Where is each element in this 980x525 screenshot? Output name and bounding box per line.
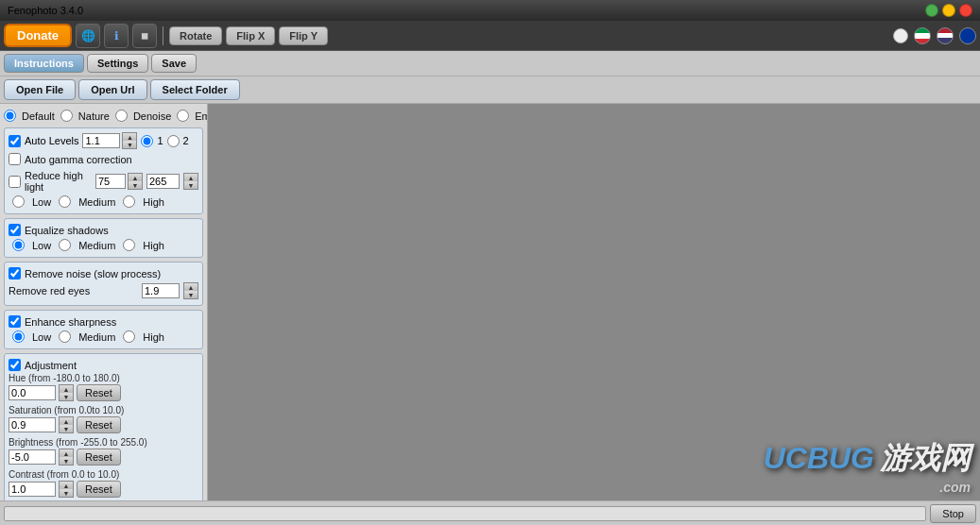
- stop-button[interactable]: Stop: [930, 504, 976, 523]
- reduce-highlight-up1[interactable]: ▲: [129, 174, 142, 181]
- saturation-reset-button[interactable]: Reset: [77, 416, 121, 433]
- lang-it-button[interactable]: [914, 27, 931, 44]
- auto-levels-up[interactable]: ▲: [123, 133, 136, 141]
- hue-reset-button[interactable]: Reset: [77, 384, 121, 401]
- remove-red-eyes-label: Remove red eyes: [9, 285, 138, 296]
- close-button[interactable]: [959, 4, 972, 17]
- progress-bar: [4, 506, 926, 521]
- reduce-highlight-checkbox[interactable]: [9, 176, 21, 188]
- lang-radio[interactable]: [893, 28, 908, 43]
- equalize-shadows-check-row: Equalize shadows: [9, 223, 198, 237]
- contrast-reset-button[interactable]: Reset: [77, 481, 121, 498]
- saturation-input[interactable]: [9, 417, 56, 432]
- auto-levels-r1-label: 1: [157, 135, 163, 146]
- saturation-down[interactable]: ▼: [60, 425, 73, 432]
- enhance-sharpness-level-row: Low Medium High: [9, 329, 198, 345]
- lang-eu-button[interactable]: [959, 27, 976, 44]
- lang-us-button[interactable]: [937, 27, 954, 44]
- hue-down[interactable]: ▼: [60, 393, 73, 400]
- hue-spinner: ▲ ▼: [59, 384, 74, 401]
- saturation-up[interactable]: ▲: [60, 417, 73, 425]
- reduce-highlight-down1[interactable]: ▼: [129, 181, 142, 189]
- auto-levels-input[interactable]: [82, 133, 120, 148]
- mode-default-radio[interactable]: [4, 110, 16, 122]
- auto-gamma-checkbox[interactable]: [9, 153, 21, 165]
- save-button[interactable]: Save: [151, 54, 197, 73]
- auto-levels-section: Auto Levels ▲ ▼ 1 2 Auto gamma correctio…: [4, 127, 203, 214]
- brightness-up[interactable]: ▲: [60, 449, 73, 457]
- contrast-down[interactable]: ▼: [60, 489, 73, 497]
- enhance-sharpness-low-radio[interactable]: [12, 330, 25, 343]
- hue-up[interactable]: ▲: [60, 385, 73, 393]
- equalize-shadows-low-label: Low: [32, 240, 51, 251]
- settings-button[interactable]: Settings: [87, 54, 148, 73]
- reduce-highlight-high-radio[interactable]: [123, 195, 135, 208]
- brightness-spinner: ▲ ▼: [59, 449, 74, 466]
- brightness-label: Brightness (from -255.0 to 255.0): [9, 436, 198, 449]
- equalize-shadows-high-radio[interactable]: [123, 239, 135, 251]
- screen-icon-button[interactable]: ◼: [132, 24, 157, 48]
- auto-levels-down[interactable]: ▼: [123, 141, 136, 148]
- reduce-highlight-up2[interactable]: ▲: [184, 174, 198, 181]
- equalize-shadows-level-row: Low Medium High: [9, 237, 198, 253]
- reduce-highlight-low-label: Low: [32, 196, 51, 208]
- contrast-input[interactable]: [9, 482, 56, 497]
- hue-input[interactable]: [9, 385, 56, 400]
- donate-button[interactable]: Donate: [4, 24, 72, 47]
- brightness-down[interactable]: ▼: [60, 457, 73, 465]
- mode-nature-radio[interactable]: [60, 110, 73, 122]
- auto-levels-checkbox[interactable]: [9, 135, 21, 147]
- remove-red-eyes-up[interactable]: ▲: [184, 283, 198, 291]
- auto-levels-spinner: ▲ ▼: [122, 132, 137, 149]
- minimize-button[interactable]: [925, 4, 938, 17]
- file-toolbar: Open File Open Url Select Folder: [0, 76, 980, 104]
- equalize-shadows-medium-radio[interactable]: [59, 239, 71, 251]
- image-canvas-area: UCBUG游戏网 .com: [208, 104, 980, 525]
- adjustment-section: Adjustment Hue (from -180.0 to 180.0) ▲ …: [4, 353, 203, 505]
- titlebar: Fenophoto 3.4.0: [0, 0, 980, 21]
- help-icon-button[interactable]: ℹ: [104, 24, 129, 48]
- info-icon-button[interactable]: 🌐: [76, 24, 100, 48]
- reduce-highlight-low-radio[interactable]: [12, 195, 25, 208]
- flipy-button[interactable]: Flip Y: [279, 26, 328, 45]
- contrast-spinner: ▲ ▼: [59, 481, 74, 498]
- remove-noise-checkbox[interactable]: [9, 267, 21, 279]
- brightness-input[interactable]: [9, 449, 56, 465]
- reduce-highlight-spinner1: ▲ ▼: [128, 173, 143, 190]
- reduce-highlight-down2[interactable]: ▼: [184, 181, 198, 189]
- remove-red-eyes-input[interactable]: [142, 283, 180, 298]
- watermark-com: .com: [764, 480, 971, 495]
- brightness-reset-button[interactable]: Reset: [77, 449, 121, 466]
- equalize-shadows-medium-label: Medium: [78, 240, 115, 251]
- contrast-up[interactable]: ▲: [60, 482, 73, 489]
- open-url-button[interactable]: Open Url: [78, 79, 146, 100]
- adjustment-checkbox[interactable]: [9, 359, 21, 371]
- select-folder-button[interactable]: Select Folder: [150, 79, 240, 100]
- mode-row: Default Nature Denoise Empty: [4, 108, 203, 124]
- equalize-shadows-low-radio[interactable]: [12, 239, 25, 251]
- rotate-button[interactable]: Rotate: [169, 26, 222, 45]
- remove-red-eyes-down[interactable]: ▼: [184, 291, 198, 298]
- mode-empty-radio[interactable]: [177, 110, 189, 122]
- reduce-highlight-input2[interactable]: [146, 174, 180, 189]
- flipx-button[interactable]: Flip X: [226, 26, 275, 45]
- separator: [163, 26, 163, 45]
- equalize-shadows-checkbox[interactable]: [9, 224, 21, 236]
- reduce-highlight-high-label: High: [143, 196, 164, 208]
- open-file-button[interactable]: Open File: [4, 79, 76, 100]
- remove-red-eyes-spinner: ▲ ▼: [183, 282, 198, 299]
- reduce-highlight-input1[interactable]: [95, 174, 126, 189]
- reduce-highlight-medium-radio[interactable]: [59, 195, 71, 208]
- reduce-highlight-label: Reduce high light: [25, 170, 92, 193]
- instructions-button[interactable]: Instructions: [4, 54, 84, 73]
- mode-denoise-radio[interactable]: [115, 110, 128, 122]
- saturation-label: Saturation (from 0.0to 10.0): [9, 404, 198, 416]
- enhance-sharpness-checkbox[interactable]: [9, 315, 21, 328]
- nav-toolbar: Instructions Settings Save: [0, 51, 980, 76]
- remove-noise-label: Remove noise (slow process): [25, 268, 161, 279]
- enhance-sharpness-medium-radio[interactable]: [59, 330, 71, 343]
- maximize-button[interactable]: [942, 4, 955, 17]
- enhance-sharpness-high-radio[interactable]: [123, 330, 135, 343]
- auto-levels-radio1[interactable]: [141, 135, 153, 147]
- auto-levels-radio2[interactable]: [167, 135, 180, 147]
